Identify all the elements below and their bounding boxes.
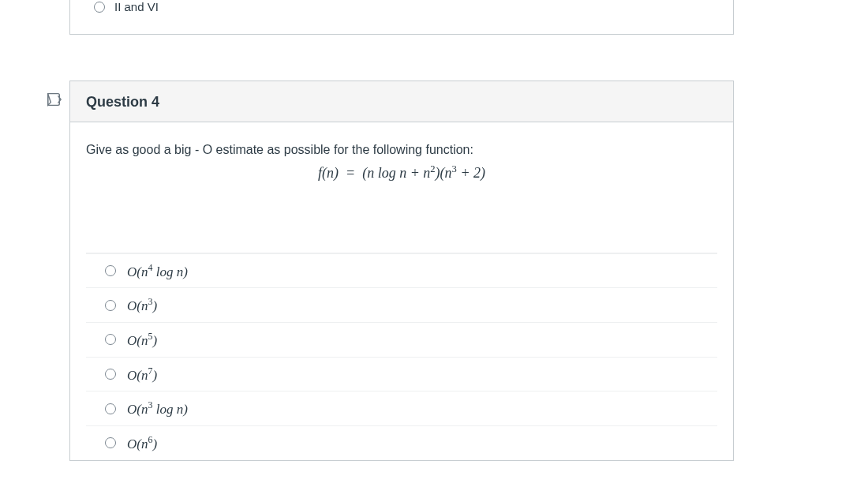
radio-icon	[105, 334, 116, 345]
answer-option[interactable]: O(n6)	[86, 425, 717, 460]
radio-icon	[105, 437, 116, 448]
answer-option-label: O(n5)	[127, 331, 157, 349]
question-prompt: Give as good a big - O estimate as possi…	[86, 141, 717, 159]
prompt-suffix: estimate as possible for the following f…	[212, 143, 473, 156]
bookmark-icon[interactable]	[45, 91, 62, 108]
answer-option[interactable]: O(n3)	[86, 287, 717, 322]
question-card: Question 4 Give as good a big - O estima…	[69, 81, 734, 461]
radio-icon	[105, 403, 116, 414]
previous-question-option[interactable]: II and VI	[70, 0, 733, 13]
answer-option-label: O(n4 log n)	[127, 262, 188, 280]
radio-icon	[105, 369, 116, 380]
answer-option[interactable]: O(n3 log n)	[86, 391, 717, 425]
previous-option-label: II and VI	[114, 0, 159, 13]
radio-icon	[105, 265, 116, 276]
question-heading: Question 4	[70, 81, 733, 122]
answer-option-label: O(n7)	[127, 365, 157, 384]
previous-question-card: II and VI	[69, 0, 734, 35]
radio-icon	[105, 300, 116, 311]
answer-option-label: O(n3)	[127, 296, 157, 314]
answer-options: O(n4 log n) O(n3) O(n5) O(n7) O(n3 log n	[86, 253, 717, 460]
answer-option-label: O(n6)	[127, 434, 157, 452]
answer-option[interactable]: O(n7)	[86, 357, 717, 391]
prompt-bigo: big - O	[174, 143, 212, 156]
answer-option[interactable]: O(n4 log n)	[86, 253, 717, 288]
prompt-prefix: Give as good a	[86, 143, 174, 156]
radio-icon	[94, 2, 105, 13]
question-formula: f(n) = (n log n + n2)(n3 + 2)	[86, 163, 717, 182]
answer-option[interactable]: O(n5)	[86, 322, 717, 357]
answer-option-label: O(n3 log n)	[127, 399, 188, 418]
